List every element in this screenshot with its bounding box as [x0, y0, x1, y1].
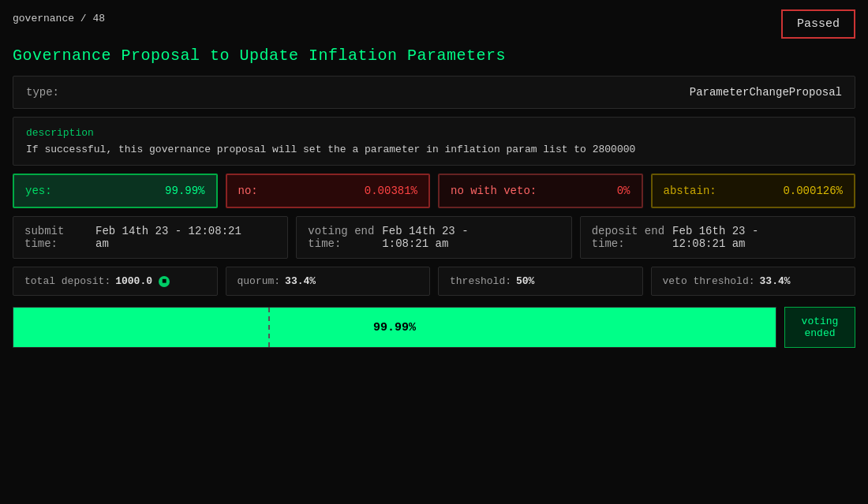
type-label: type:	[26, 86, 59, 99]
progress-bar-container: 99.99%	[13, 307, 776, 348]
vote-row: yes: 99.99% no: 0.00381% no with veto: 0…	[13, 174, 855, 208]
vote-abstain-box: abstain: 0.000126%	[651, 174, 856, 208]
threshold-value: 50%	[516, 275, 534, 287]
vote-no-box: no: 0.00381%	[226, 174, 431, 208]
total-deposit-card: total deposit: 1000.0 ■	[13, 267, 218, 296]
stats-row: total deposit: 1000.0 ■ quorum: 33.4% th…	[13, 267, 855, 296]
voting-end-key: voting endtime:	[308, 225, 374, 250]
description-text: If successful, this governance proposal …	[26, 144, 842, 155]
veto-threshold-value: 33.4%	[760, 275, 791, 287]
vote-abstain-label: abstain:	[664, 185, 716, 197]
vote-veto-pct: 0%	[617, 185, 630, 197]
threshold-label: threshold:	[450, 275, 511, 287]
voting-end-val: Feb 14th 23 -1:08:21 am	[382, 225, 468, 250]
quorum-label: quorum:	[238, 275, 281, 287]
vote-veto-box: no with veto: 0%	[438, 174, 643, 208]
type-card: type: ParameterChangeProposal	[13, 76, 855, 109]
total-deposit-label: total deposit:	[24, 275, 110, 287]
progress-label: 99.99%	[373, 321, 416, 334]
breadcrumb: governance / 48	[13, 9, 105, 24]
deposit-end-key: deposit endtime:	[592, 225, 664, 250]
deposit-icon: ■	[159, 276, 170, 287]
progress-section: 99.99% votingended	[13, 307, 855, 348]
vote-veto-label: no with veto:	[451, 185, 537, 197]
total-deposit-value: 1000.0	[115, 275, 152, 287]
threshold-card: threshold: 50%	[438, 267, 643, 296]
deposit-end-card: deposit endtime: Feb 16th 23 -12:08:21 a…	[580, 216, 855, 259]
submit-time-key: submittime:	[24, 225, 88, 250]
submit-time-val: Feb 14th 23 - 12:08:21am	[95, 225, 241, 250]
voting-end-card: voting endtime: Feb 14th 23 -1:08:21 am	[296, 216, 571, 259]
vote-yes-box: yes: 99.99%	[13, 174, 218, 208]
submit-time-card: submittime: Feb 14th 23 - 12:08:21am	[13, 216, 288, 259]
quorum-value: 33.4%	[285, 275, 316, 287]
vote-yes-label: yes:	[25, 185, 52, 197]
times-row: submittime: Feb 14th 23 - 12:08:21am vot…	[13, 216, 855, 259]
progress-divider	[268, 308, 270, 347]
vote-abstain-pct: 0.000126%	[783, 185, 843, 197]
vote-no-pct: 0.00381%	[365, 185, 417, 197]
type-value: ParameterChangeProposal	[690, 86, 842, 99]
description-card: description If successful, this governan…	[13, 117, 855, 166]
veto-threshold-label: veto threshold:	[663, 275, 755, 287]
veto-threshold-card: veto threshold: 33.4%	[651, 267, 856, 296]
description-label: description	[26, 127, 842, 139]
voting-ended-button: votingended	[784, 307, 855, 348]
passed-badge: Passed	[781, 9, 855, 39]
voting-ended-text: votingended	[802, 315, 839, 339]
deposit-end-val: Feb 16th 23 -12:08:21 am	[672, 225, 758, 250]
quorum-card: quorum: 33.4%	[226, 267, 431, 296]
page-title: Governance Proposal to Update Inflation …	[13, 47, 855, 65]
vote-yes-pct: 99.99%	[165, 185, 204, 197]
vote-no-label: no:	[238, 185, 258, 197]
